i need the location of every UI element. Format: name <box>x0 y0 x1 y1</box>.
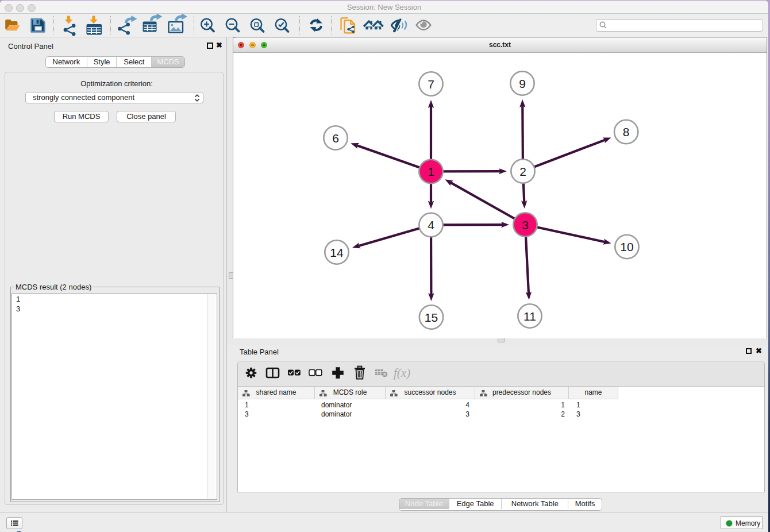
svg-text:9: 9 <box>519 77 526 90</box>
svg-text:4: 4 <box>428 218 434 232</box>
svg-text:f(x): f(x) <box>394 366 410 380</box>
svg-text:15: 15 <box>425 311 438 324</box>
svg-text:7: 7 <box>428 78 434 91</box>
svg-text:6: 6 <box>332 132 339 145</box>
svg-text:14: 14 <box>330 246 344 259</box>
svg-text:1: 1 <box>428 165 434 178</box>
svg-text:2: 2 <box>519 165 526 178</box>
svg-text:8: 8 <box>623 125 630 138</box>
svg-text:10: 10 <box>620 240 633 253</box>
svg-text:11: 11 <box>523 310 536 323</box>
svg-text:3: 3 <box>522 218 529 232</box>
